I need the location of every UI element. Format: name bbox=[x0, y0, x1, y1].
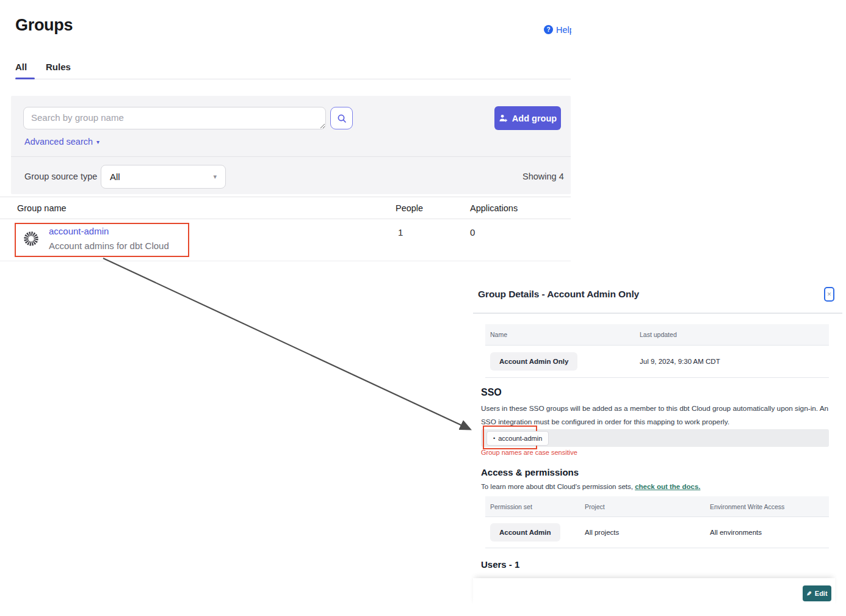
group-name-chip: Account Admin Only bbox=[490, 352, 577, 371]
user-plus-icon bbox=[499, 114, 508, 123]
column-header-people: People bbox=[396, 203, 423, 213]
help-icon: ? bbox=[544, 25, 553, 34]
users-heading: Users - 1 bbox=[481, 559, 519, 570]
table-divider bbox=[0, 261, 571, 261]
project-value: All projects bbox=[585, 529, 619, 536]
perm-col-project: Project bbox=[585, 503, 605, 510]
add-group-label: Add group bbox=[512, 114, 557, 123]
close-icon[interactable]: ✕ bbox=[824, 287, 834, 302]
perm-col-permission-set: Permission set bbox=[490, 503, 532, 510]
advanced-search-toggle[interactable]: Advanced search ▾ bbox=[24, 137, 99, 147]
table-divider bbox=[0, 219, 571, 219]
caret-down-icon: ▾ bbox=[96, 139, 99, 145]
sso-group-chip-label: account-admin bbox=[498, 435, 542, 442]
add-group-button[interactable]: Add group bbox=[494, 106, 561, 130]
caret-down-icon: ▾ bbox=[213, 173, 217, 181]
advanced-search-label: Advanced search bbox=[24, 137, 93, 147]
docs-link[interactable]: check out the docs. bbox=[635, 483, 700, 490]
search-panel-divider bbox=[11, 156, 571, 157]
group-applications-count: 0 bbox=[470, 227, 475, 237]
help-label: Help bbox=[556, 25, 571, 35]
last-updated-value: Jul 9, 2024, 9:30 AM CDT bbox=[640, 358, 720, 365]
permissions-description-text: To learn more about dbt Cloud's permissi… bbox=[481, 483, 635, 490]
edit-button[interactable]: ✎ Edit bbox=[803, 585, 831, 601]
group-source-type-label: Group source type bbox=[24, 172, 97, 181]
bullet-icon: • bbox=[493, 435, 495, 441]
search-button[interactable] bbox=[330, 107, 353, 129]
tabs-divider bbox=[15, 79, 571, 79]
annotation-arrow bbox=[0, 0, 846, 616]
edit-label: Edit bbox=[815, 590, 828, 597]
help-link[interactable]: ? Help bbox=[544, 25, 571, 35]
sso-heading: SSO bbox=[481, 387, 502, 398]
group-details-title: Group Details - Account Admin Only bbox=[478, 289, 639, 300]
table-divider bbox=[0, 197, 571, 197]
page-title: Groups bbox=[15, 16, 73, 35]
group-people-count: 1 bbox=[398, 227, 403, 237]
sso-case-warning: Group names are case sensitive bbox=[481, 449, 577, 456]
perm-col-environment: Environment Write Access bbox=[710, 503, 784, 510]
annotation-box-group-row bbox=[15, 223, 189, 257]
info-col-last-updated: Last updated bbox=[640, 331, 677, 338]
access-permissions-heading: Access & permissions bbox=[481, 467, 579, 477]
details-footer bbox=[473, 578, 835, 606]
showing-count: Showing 4 bbox=[522, 172, 564, 181]
permission-set-chip: Account Admin bbox=[490, 523, 560, 542]
pencil-icon: ✎ bbox=[806, 590, 811, 597]
tab-rules[interactable]: Rules bbox=[46, 62, 71, 72]
help-link-clip: ? Help bbox=[544, 23, 571, 37]
active-tab-indicator bbox=[15, 78, 35, 79]
column-header-group-name: Group name bbox=[17, 203, 67, 213]
tab-all[interactable]: All bbox=[15, 62, 27, 72]
group-source-type-value: All bbox=[110, 172, 120, 182]
group-source-type-select[interactable]: All ▾ bbox=[101, 165, 226, 189]
column-header-applications: Applications bbox=[470, 203, 518, 213]
permissions-description: To learn more about dbt Cloud's permissi… bbox=[481, 483, 700, 490]
search-input[interactable] bbox=[23, 107, 326, 129]
environment-value: All environments bbox=[710, 529, 762, 536]
info-col-name: Name bbox=[490, 331, 507, 338]
sso-group-chip[interactable]: • account-admin bbox=[486, 431, 549, 446]
details-header-divider bbox=[473, 313, 842, 314]
search-icon bbox=[337, 114, 347, 123]
permissions-table-divider bbox=[485, 548, 829, 548]
info-table-divider bbox=[485, 377, 829, 378]
